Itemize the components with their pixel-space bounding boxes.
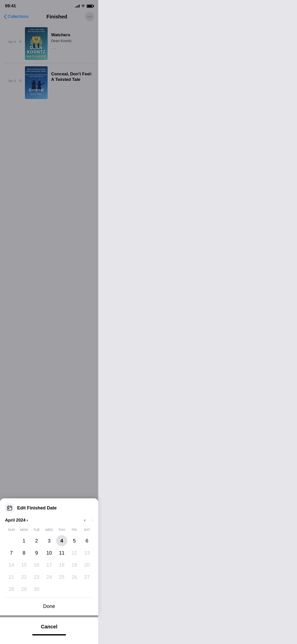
- dim-overlay: [0, 0, 98, 215]
